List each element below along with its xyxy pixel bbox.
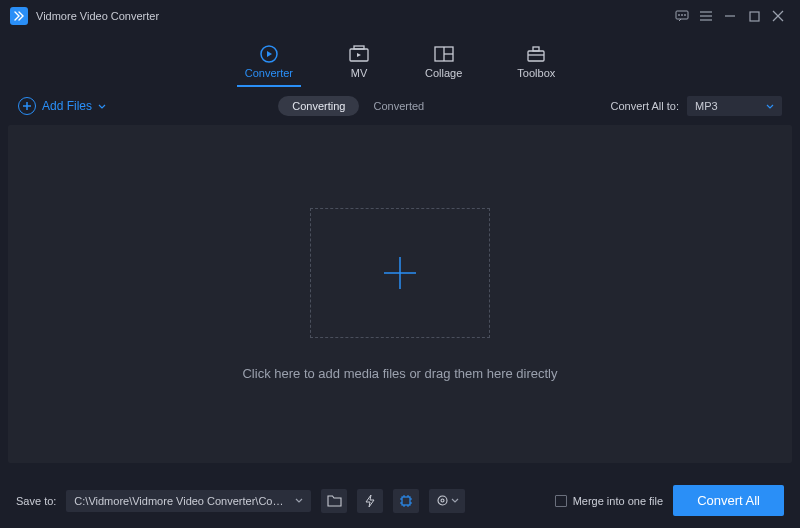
sub-toolbar: Add Files Converting Converted Convert A… [0,87,800,125]
open-folder-button[interactable] [321,489,347,513]
main-panel: Click here to add media files or drag th… [8,125,792,463]
svg-rect-13 [354,46,364,49]
segment-converted[interactable]: Converted [359,96,438,116]
hardware-accel-button[interactable] [357,489,383,513]
svg-rect-8 [750,12,759,21]
gpu-accel-button[interactable] [393,489,419,513]
svg-point-3 [685,15,686,16]
segment-converting[interactable]: Converting [278,96,359,116]
chip-icon [399,494,413,508]
chevron-down-icon [295,498,303,503]
svg-rect-18 [533,47,539,51]
chevron-down-icon [451,498,459,503]
toolbox-icon [525,45,547,63]
bottom-bar: Save to: C:\Vidmore\Vidmore Video Conver… [0,473,800,528]
app-title: Vidmore Video Converter [36,10,159,22]
tab-label: MV [351,67,368,79]
tab-collage[interactable]: Collage [425,45,462,87]
output-format-select[interactable]: MP3 [687,96,782,116]
svg-point-34 [441,499,444,502]
plus-icon [380,253,420,293]
feedback-button[interactable] [670,4,694,28]
maximize-button[interactable] [742,4,766,28]
lightning-icon [364,494,376,508]
convert-all-to-label: Convert All to: [611,100,679,112]
gear-icon [436,494,449,507]
merge-checkbox[interactable]: Merge into one file [555,495,664,507]
tab-label: Converter [245,67,293,79]
app-logo-icon [10,7,28,25]
save-path-select[interactable]: C:\Vidmore\Vidmore Video Converter\Conve… [66,490,311,512]
svg-point-33 [438,496,447,505]
tab-toolbox[interactable]: Toolbox [517,45,555,87]
format-selected-value: MP3 [695,100,718,112]
save-path-value: C:\Vidmore\Vidmore Video Converter\Conve… [74,495,289,507]
tab-label: Toolbox [517,67,555,79]
collage-icon [433,45,455,63]
checkbox-icon [555,495,567,507]
add-files-label: Add Files [42,99,92,113]
chevron-down-icon [98,104,106,109]
menu-button[interactable] [694,4,718,28]
settings-button[interactable] [429,489,465,513]
svg-point-1 [679,15,680,16]
top-navigation: Converter MV Collage Toolbox [0,32,800,87]
drop-zone[interactable] [310,208,490,338]
title-bar: Vidmore Video Converter [0,0,800,32]
drop-hint-text: Click here to add media files or drag th… [242,366,557,381]
minimize-button[interactable] [718,4,742,28]
mv-icon [348,45,370,63]
tab-converter[interactable]: Converter [245,45,293,87]
svg-rect-24 [402,497,410,505]
close-button[interactable] [766,4,790,28]
converter-icon [258,45,280,63]
svg-point-2 [682,15,683,16]
chevron-down-icon [766,104,774,109]
merge-label: Merge into one file [573,495,664,507]
plus-circle-icon [18,97,36,115]
save-to-label: Save to: [16,495,56,507]
svg-rect-17 [528,51,544,61]
tab-mv[interactable]: MV [348,45,370,87]
folder-icon [327,495,342,507]
tab-label: Collage [425,67,462,79]
add-files-button[interactable]: Add Files [18,97,106,115]
convert-all-button[interactable]: Convert All [673,485,784,516]
